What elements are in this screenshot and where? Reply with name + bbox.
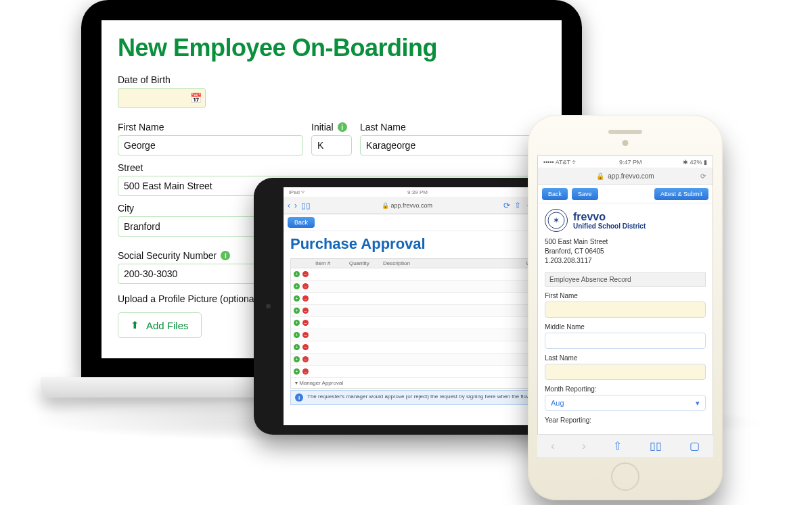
address-bar[interactable]: 🔒 app.frevvo.com ⟳ [538, 168, 713, 185]
absence-record-form: ••••• AT&T ᯤ 9:47 PM ✱ 42% ▮ 🔒 app.frevv… [537, 155, 713, 457]
info-banner: i The requester's manager would approve … [290, 390, 542, 405]
forward-nav-icon[interactable]: › [294, 201, 297, 210]
remove-row-icon[interactable]: – [302, 271, 309, 277]
first-name-input[interactable] [545, 302, 706, 318]
middle-name-input[interactable] [545, 333, 706, 349]
attest-submit-button[interactable]: Attest & Submit [654, 188, 708, 200]
address-bar[interactable]: 🔒 app.frevvo.com [315, 202, 499, 209]
remove-row-icon[interactable]: – [302, 283, 309, 289]
refresh-icon[interactable]: ⟳ [700, 172, 706, 180]
home-button[interactable] [611, 462, 639, 491]
svg-text:✶: ✶ [553, 216, 560, 225]
save-button[interactable]: Save [572, 188, 598, 200]
table-row[interactable]: +– [291, 268, 541, 281]
section-header: Employee Absence Record [545, 272, 706, 287]
add-row-icon[interactable]: + [294, 271, 300, 277]
info-icon[interactable]: i [338, 122, 347, 132]
forward-nav-icon[interactable]: › [582, 440, 585, 452]
safari-toolbar: ‹ › ⇧ ▯▯ ▢ [537, 434, 713, 457]
bookmarks-icon[interactable]: ▯▯ [650, 439, 662, 452]
upload-icon: ⬆ [131, 319, 139, 331]
table-row[interactable]: +– [291, 354, 541, 366]
add-files-button[interactable]: ⬆ Add Files [118, 312, 202, 338]
table-row[interactable]: +– [291, 305, 541, 317]
org-subtitle: Unified School District [573, 222, 646, 230]
table-row[interactable]: +– [291, 317, 541, 329]
back-nav-icon[interactable]: ‹ [551, 440, 554, 452]
book-icon[interactable]: ▯▯ [301, 201, 311, 210]
remove-row-icon[interactable]: – [302, 356, 309, 362]
add-row-icon[interactable]: + [294, 283, 300, 289]
lock-icon: 🔒 [596, 172, 604, 180]
remove-row-icon[interactable]: – [302, 308, 309, 314]
last-name-input[interactable] [360, 135, 545, 155]
dob-label: Date of Birth [118, 74, 545, 85]
initial-label: Initial i [311, 122, 352, 133]
year-label: Year Reporting: [545, 416, 706, 424]
chevron-down-icon: ▾ [696, 399, 700, 408]
share-icon[interactable]: ⇧ [613, 439, 622, 452]
status-bar: iPad ᯤ 9:39 PM 98% ▮ [284, 187, 549, 197]
middle-name-label: Middle Name [545, 323, 706, 331]
initial-input[interactable] [311, 135, 352, 155]
add-row-icon[interactable]: + [294, 332, 300, 338]
add-row-icon[interactable]: + [294, 320, 300, 326]
back-button[interactable]: Back [288, 217, 315, 228]
last-name-input[interactable] [545, 364, 706, 380]
remove-row-icon[interactable]: – [302, 295, 309, 302]
iphone-device: ••••• AT&T ᯤ 9:47 PM ✱ 42% ▮ 🔒 app.frevv… [528, 115, 723, 500]
add-row-icon[interactable]: + [294, 356, 300, 362]
remove-row-icon[interactable]: – [302, 344, 309, 350]
back-nav-icon[interactable]: ‹ [288, 201, 290, 210]
info-icon[interactable]: i [221, 251, 230, 260]
org-address: 500 East Main Street Branford, CT 06405 … [545, 237, 706, 266]
first-name-label: First Name [118, 122, 303, 133]
share-icon[interactable]: ⇧ [514, 201, 521, 210]
back-button[interactable]: Back [542, 188, 568, 200]
first-name-input[interactable] [118, 135, 303, 155]
table-row[interactable]: +– [291, 281, 541, 293]
table-header: Item # Quantity Description Unit [290, 258, 542, 268]
manager-approval-section[interactable]: ▾ Manager Approval [290, 378, 542, 389]
page-title: New Employee On-Boarding [118, 34, 545, 62]
month-select[interactable]: Aug ▾ [545, 395, 706, 411]
add-row-icon[interactable]: + [294, 344, 300, 350]
last-name-label: Last Name [360, 122, 545, 133]
info-icon: i [295, 393, 303, 402]
org-seal-icon: ✶ [545, 209, 568, 232]
street-label: Street [118, 162, 545, 173]
last-name-label: Last Name [545, 354, 706, 362]
add-row-icon[interactable]: + [294, 295, 300, 302]
first-name-label: First Name [545, 292, 706, 299]
page-title: Purchase Approval [290, 235, 542, 253]
remove-row-icon[interactable]: – [302, 332, 309, 338]
status-bar: ••••• AT&T ᯤ 9:47 PM ✱ 42% ▮ [538, 156, 713, 168]
org-name: frevvo [573, 212, 646, 222]
browser-toolbar: ‹ › ▯▯ 🔒 app.frevvo.com ⟳ ⇧ ＋ ▢ [284, 197, 549, 214]
table-row[interactable]: +– [291, 293, 541, 305]
table-row[interactable]: +– [291, 366, 541, 378]
remove-row-icon[interactable]: – [302, 320, 309, 326]
calendar-icon[interactable]: 📅 [190, 93, 202, 103]
purchase-approval-form: iPad ᯤ 9:39 PM 98% ▮ ‹ › ▯▯ 🔒 app.frevvo… [284, 187, 549, 425]
table-row[interactable]: +– [291, 341, 541, 354]
tabs-icon[interactable]: ▢ [690, 439, 700, 452]
remove-row-icon[interactable]: – [302, 368, 309, 375]
add-row-icon[interactable]: + [294, 368, 300, 375]
table-row[interactable]: +– [291, 329, 541, 341]
month-label: Month Reporting: [545, 385, 706, 393]
add-row-icon[interactable]: + [294, 308, 300, 314]
refresh-icon[interactable]: ⟳ [503, 201, 510, 210]
